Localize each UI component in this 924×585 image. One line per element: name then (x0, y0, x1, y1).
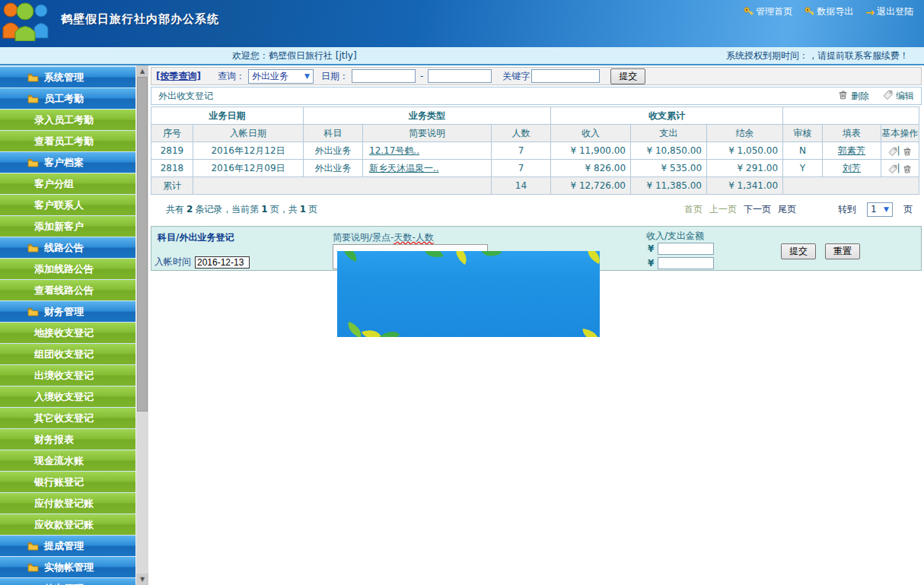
col-balance: 结余 (707, 125, 783, 142)
group-header-totals: 收支累计 (551, 107, 783, 125)
sidebar-item-physical-account-mgmt[interactable]: 实物帐管理 (0, 557, 135, 577)
sidebar-item-customer-contacts[interactable]: 客户联系人 (0, 195, 135, 215)
leaf-icon (581, 329, 599, 337)
records-table: 业务日期 业务类型 收支累计 序号 入帐日期 科目 简要说明 人数 收入 支出 … (151, 107, 919, 195)
scrollbar-thumb[interactable] (137, 77, 148, 412)
group-header-empty (783, 107, 919, 125)
welcome-bar: 欢迎您：鹤壁假日旅行社 [jtly] 系统授权到期时间：，请提前联系客服续费！ (0, 47, 924, 65)
first-page-link[interactable]: 首页 (684, 203, 703, 216)
table-row: 2818 2016年12月09日 外出业务 新乡天沐温泉一.. 7 ¥ 826.… (151, 160, 919, 177)
scroll-down-icon[interactable]: ▼ (136, 574, 148, 585)
scroll-up-icon[interactable]: ▲ (136, 65, 148, 77)
sidebar-item-bank-ledger[interactable]: 银行账登记 (0, 472, 135, 492)
delete-button[interactable]: 删除 (838, 90, 869, 103)
currency-symbol: ¥ (648, 258, 654, 269)
folder-icon (27, 307, 39, 316)
logout-arrow-icon: → (865, 8, 875, 16)
sidebar-item-customer-files[interactable]: 客户档案 (0, 152, 135, 173)
sidebar: 系统管理 员工考勤 录入员工考勤 查看员工考勤 客户档案 客户分组 客户联系人 … (0, 65, 135, 585)
table-group-header-row: 业务日期 业务类型 收支累计 (151, 107, 919, 125)
business-type-select[interactable]: 外出业务 ▼ (248, 69, 314, 84)
sidebar-item-outbound-income-expense[interactable]: 出境收支登记 (0, 365, 135, 386)
leaf-icon (345, 322, 365, 337)
date-to-input[interactable] (428, 69, 492, 83)
logout-link[interactable]: → 退出登陆 (865, 5, 913, 18)
tag-icon[interactable] (888, 145, 897, 156)
tag-icon[interactable] (888, 163, 897, 173)
sidebar-item-add-route-notice[interactable]: 添加线路公告 (0, 259, 135, 279)
sidebar-item-view-attendance[interactable]: 查看员工考勤 (0, 131, 135, 151)
filler-link[interactable]: 郭素芳 (838, 145, 865, 156)
banner-nav: 管理首页 数据导出 → 退出登陆 (744, 5, 913, 18)
sidebar-item-attendance[interactable]: 员工考勤 (0, 88, 135, 109)
leaf-icon (482, 251, 502, 261)
keyword-label: 关键字 (502, 70, 530, 83)
expense-amount-input[interactable] (658, 257, 714, 269)
pagination-bar: 共有2条记录，当前第1页，共1页 首页 上一页 下一页 尾页 转到 1 ▼ 页 (151, 195, 922, 224)
leaf-icon (424, 251, 443, 261)
form-reset-button[interactable]: 重置 (825, 243, 860, 259)
next-page-link[interactable]: 下一页 (744, 203, 771, 216)
main-content: [按季查询] 查询： 外出业务 ▼ 日期： - 关键字 提交 外出收支登记 删除 (148, 65, 924, 585)
page-title: 外出收支登记 (158, 90, 213, 103)
prev-page-link[interactable]: 上一页 (709, 203, 737, 216)
trash-icon[interactable] (903, 163, 912, 173)
chevron-down-icon: ▼ (304, 72, 310, 80)
col-audit: 审核 (783, 125, 823, 142)
welcome-text: 欢迎您：鹤壁假日旅行社 [jtly] (232, 49, 357, 62)
folder-icon (27, 158, 39, 167)
sidebar-item-system-mgmt[interactable]: 系统管理 (0, 67, 135, 87)
app-title: 鹤壁假日旅行社内部办公系统 (61, 12, 219, 27)
trash-icon[interactable] (903, 145, 912, 156)
leaf-icon (451, 251, 472, 265)
table-column-header-row: 序号 入帐日期 科目 简要说明 人数 收入 支出 结余 审核 填表 基本操作 (151, 125, 919, 142)
query-submit-button[interactable]: 提交 (610, 68, 645, 84)
summary-field-label: 简要说明/景点-天数-人数 (333, 231, 434, 244)
income-amount-input[interactable] (658, 243, 714, 255)
entry-time-label: 入帐时间 (155, 256, 191, 269)
date-from-input[interactable] (352, 69, 416, 83)
people-logo-icon (2, 2, 52, 43)
folder-icon (27, 243, 39, 253)
sidebar-item-local-income-expense[interactable]: 地接收支登记 (0, 323, 135, 343)
admin-home-link[interactable]: 管理首页 (744, 5, 792, 18)
goto-page-select[interactable]: 1 ▼ (867, 202, 893, 217)
sidebar-item-receivable-ledger[interactable]: 应收款登记账 (0, 514, 135, 535)
sidebar-item-other-income-expense[interactable]: 其它收支登记 (0, 408, 135, 428)
sidebar-item-customer-groups[interactable]: 客户分组 (0, 173, 135, 194)
sidebar-item-finance-mgmt[interactable]: 财务管理 (0, 301, 135, 322)
sidebar-item-outing-mgmt[interactable]: 外出管理 (0, 578, 135, 585)
sidebar-item-commission-mgmt[interactable]: 提成管理 (0, 536, 135, 556)
data-export-link[interactable]: 数据导出 (805, 5, 853, 18)
sidebar-item-view-route-notice[interactable]: 查看线路公告 (0, 280, 135, 300)
form-submit-button[interactable]: 提交 (781, 243, 816, 259)
sidebar-item-add-customer[interactable]: 添加新客户 (0, 216, 135, 237)
entry-time-input[interactable] (195, 256, 250, 269)
sidebar-item-route-notice[interactable]: 线路公告 (0, 237, 135, 258)
query-bar: [按季查询] 查询： 外出业务 ▼ 日期： - 关键字 提交 (151, 67, 922, 85)
last-page-link[interactable]: 尾页 (778, 203, 796, 216)
app-banner: 鹤壁假日旅行社内部办公系统 管理首页 数据导出 (0, 0, 924, 47)
sidebar-item-finance-report[interactable]: 财务报表 (0, 429, 135, 450)
season-query-link[interactable]: [按季查询] (156, 70, 201, 83)
table-row: 2819 2016年12月12日 外出业务 12.17号鹤.. 7 ¥ 11,9… (151, 142, 919, 160)
amount-label: 收入/支出金额 (646, 230, 704, 243)
leaf-icon (362, 326, 381, 337)
range-separator: - (420, 71, 423, 81)
keyword-input[interactable] (531, 69, 600, 83)
goto-suffix: 页 (903, 203, 913, 216)
summary-link[interactable]: 新乡天沐温泉一.. (369, 163, 439, 173)
sidebar-item-cash-journal[interactable]: 现金流水账 (0, 450, 135, 471)
sidebar-scrollbar[interactable]: ▲ ▼ (135, 65, 148, 585)
sidebar-item-enter-attendance[interactable]: 录入员工考勤 (0, 110, 135, 130)
group-header-business-type: 业务类型 (304, 107, 551, 125)
summary-link[interactable]: 12.17号鹤.. (369, 145, 419, 156)
sidebar-item-payable-ledger[interactable]: 应付款登记账 (0, 493, 135, 513)
sidebar-item-inbound-income-expense[interactable]: 入境收支登记 (0, 386, 135, 407)
form-section-title: 科目/外出业务登记 (158, 231, 234, 244)
filler-link[interactable]: 刘芳 (843, 163, 861, 173)
sidebar-item-group-income-expense[interactable]: 组团收支登记 (0, 344, 135, 364)
edit-button[interactable]: 编辑 (883, 90, 914, 103)
col-subject: 科目 (304, 125, 363, 142)
list-panel-header: 外出收支登记 删除 编辑 (151, 87, 922, 105)
